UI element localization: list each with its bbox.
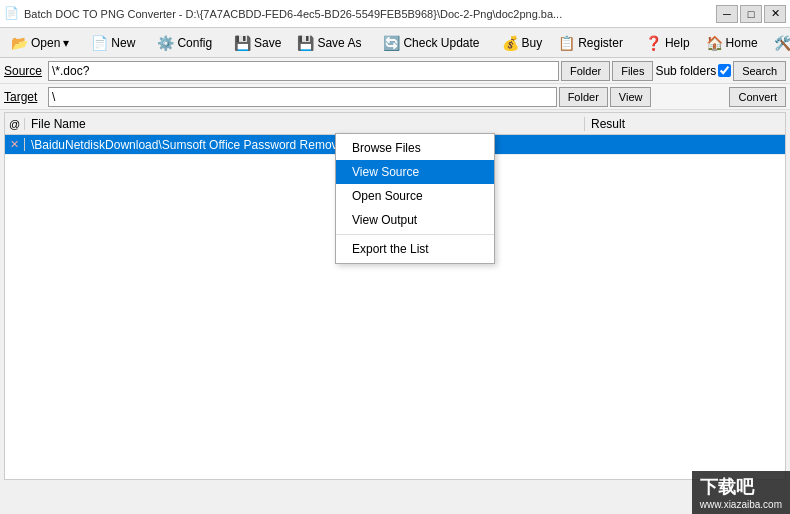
menu-buy-label: Buy xyxy=(522,36,543,50)
ctx-view-source[interactable]: View Source xyxy=(336,160,494,184)
target-input[interactable] xyxy=(48,87,557,107)
menu-checkupdate[interactable]: 🔄 Check Update xyxy=(376,31,486,55)
maximize-button[interactable]: □ xyxy=(740,5,762,23)
source-input[interactable] xyxy=(48,61,559,81)
ctx-browse-files[interactable]: Browse Files xyxy=(336,136,494,160)
col-result-header: Result xyxy=(585,117,785,131)
source-folder-button[interactable]: Folder xyxy=(561,61,610,81)
saveas-icon: 💾 xyxy=(297,35,314,51)
target-row: Target Folder View Convert xyxy=(0,84,790,110)
watermark-cn: 下载吧 xyxy=(700,475,782,499)
target-view-button[interactable]: View xyxy=(610,87,652,107)
column-headers: @ File Name Result xyxy=(5,113,785,135)
menu-config[interactable]: ⚙️ Config xyxy=(150,31,219,55)
source-files-button[interactable]: Files xyxy=(612,61,653,81)
ctx-view-output[interactable]: View Output xyxy=(336,208,494,232)
open-icon: 📂 xyxy=(11,35,28,51)
menu-new-label: New xyxy=(111,36,135,50)
menu-help-label: Help xyxy=(665,36,690,50)
menu-home[interactable]: 🏠 Home xyxy=(699,31,765,55)
menu-save[interactable]: 💾 Save xyxy=(227,31,288,55)
search-button[interactable]: Search xyxy=(733,61,786,81)
checkupdate-icon: 🔄 xyxy=(383,35,400,51)
new-icon: 📄 xyxy=(91,35,108,51)
config-icon: ⚙️ xyxy=(157,35,174,51)
target-label: Target xyxy=(4,90,46,104)
close-button[interactable]: ✕ xyxy=(764,5,786,23)
col-filename-header: File Name xyxy=(25,117,585,131)
watermark-url: www.xiazaiba.com xyxy=(700,499,782,510)
window-controls: ─ □ ✕ xyxy=(716,5,786,23)
register-icon: 📋 xyxy=(558,35,575,51)
buy-icon: 💰 xyxy=(502,35,519,51)
title-text: Batch DOC TO PNG Converter - D:\{7A7ACBD… xyxy=(24,8,716,20)
content-area: @ File Name Result ✕ \BaiduNetdiskDownlo… xyxy=(4,112,786,480)
col-at-header: @ xyxy=(5,118,25,130)
app-icon: 📄 xyxy=(4,6,20,22)
ctx-export-list[interactable]: Export the List xyxy=(336,237,494,261)
home-icon: 🏠 xyxy=(706,35,723,51)
menu-register-label: Register xyxy=(578,36,623,50)
menu-register[interactable]: 📋 Register xyxy=(551,31,630,55)
file-name-cell: \BaiduNetdiskDownload\Sumsoft Office Pas… xyxy=(25,138,585,152)
menu-saveas[interactable]: 💾 Save As xyxy=(290,31,368,55)
target-folder-button[interactable]: Folder xyxy=(559,87,608,107)
menu-bar: 📂 Open ▾ 📄 New ⚙️ Config 💾 Save 💾 Save A… xyxy=(0,28,790,58)
source-label: Source xyxy=(4,64,46,78)
help-icon: ❓ xyxy=(645,35,662,51)
subfolders-label: Sub folders xyxy=(655,64,716,78)
menu-new[interactable]: 📄 New xyxy=(84,31,142,55)
ctx-separator xyxy=(336,234,494,235)
ctx-open-source[interactable]: Open Source xyxy=(336,184,494,208)
context-menu: Browse Files View Source Open Source Vie… xyxy=(335,133,495,264)
menu-saveas-label: Save As xyxy=(317,36,361,50)
subfolders-checkbox[interactable] xyxy=(718,64,731,77)
source-row: Source Folder Files Sub folders Search xyxy=(0,58,790,84)
watermark: 下载吧 www.xiazaiba.com xyxy=(692,471,790,514)
menu-home-label: Home xyxy=(726,36,758,50)
file-status-icon: ✕ xyxy=(5,138,25,151)
menu-support[interactable]: 🛠️ Support xyxy=(767,31,790,55)
menu-save-label: Save xyxy=(254,36,281,50)
menu-checkupdate-label: Check Update xyxy=(403,36,479,50)
menu-config-label: Config xyxy=(177,36,212,50)
menu-buy[interactable]: 💰 Buy xyxy=(495,31,550,55)
open-dropdown-arrow: ▾ xyxy=(63,36,69,50)
save-icon: 💾 xyxy=(234,35,251,51)
title-bar: 📄 Batch DOC TO PNG Converter - D:\{7A7AC… xyxy=(0,0,790,28)
support-icon: 🛠️ xyxy=(774,35,790,51)
convert-button[interactable]: Convert xyxy=(729,87,786,107)
menu-help[interactable]: ❓ Help xyxy=(638,31,697,55)
minimize-button[interactable]: ─ xyxy=(716,5,738,23)
menu-open-label: Open xyxy=(31,36,60,50)
menu-open[interactable]: 📂 Open ▾ xyxy=(4,31,76,55)
subfolders-row: Sub folders xyxy=(655,64,731,78)
